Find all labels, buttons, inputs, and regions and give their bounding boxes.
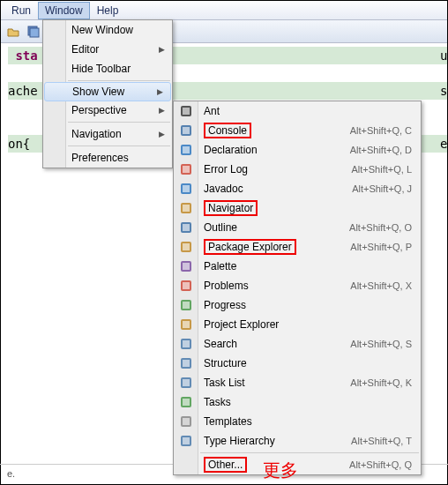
menu-help[interactable]: Help <box>90 2 126 19</box>
code-line: e String name; <box>440 135 448 153</box>
menu-item-label: Palette <box>204 260 236 272</box>
menu-item-label: Show View <box>72 86 124 98</box>
show-view-submenu: AntConsoleAlt+Shift+Q, CDeclarationAlt+S… <box>173 101 422 475</box>
palette-icon <box>179 259 193 273</box>
menu-item-shortcut: Alt+Shift+Q, O <box>349 222 412 233</box>
menu-item-javadoc[interactable]: JavadocAlt+Shift+Q, J <box>174 179 421 198</box>
menu-item-console[interactable]: ConsoleAlt+Shift+Q, C <box>174 121 421 140</box>
menu-item-label: Navigation <box>71 128 122 140</box>
menu-item-shortcut: Alt+Shift+Q, X <box>350 280 412 291</box>
problems-icon <box>179 279 193 293</box>
menu-item-ant[interactable]: Ant <box>174 101 421 121</box>
menu-item-shortcut: Alt+Shift+Q, L <box>352 164 412 175</box>
menu-item-shortcut: Alt+Shift+Q, S <box>350 339 412 349</box>
menu-item-editor[interactable]: Editor▶ <box>43 40 172 59</box>
menu-item-error-log[interactable]: Error LogAlt+Shift+Q, L <box>174 160 421 179</box>
menu-item-show-view[interactable]: Show View▶ <box>44 82 171 101</box>
menu-item-palette[interactable]: Palette <box>174 257 421 276</box>
menu-item-label: Search <box>204 338 237 350</box>
svg-rect-24 <box>183 302 190 309</box>
svg-rect-1 <box>30 28 39 37</box>
menu-item-tasks[interactable]: Tasks <box>174 392 421 412</box>
menu-item-declaration[interactable]: DeclarationAlt+Shift+Q, D <box>174 140 421 160</box>
tasks-icon <box>179 395 193 409</box>
menu-item-label: Declaration <box>204 144 258 156</box>
menu-item-perspective[interactable]: Perspective▶ <box>43 101 172 120</box>
menu-item-label: Structure <box>204 357 247 369</box>
menu-item-label: Perspective <box>71 104 127 116</box>
menu-item-progress[interactable]: Progress <box>174 295 421 315</box>
menu-item-project-explorer[interactable]: Project Explorer <box>174 315 421 334</box>
menu-item-templates[interactable]: Templates <box>174 412 421 431</box>
ant-icon <box>179 104 193 118</box>
menu-item-label: Error Log <box>204 163 248 175</box>
menu-item-new-window[interactable]: New Window <box>43 20 172 40</box>
submenu-arrow-icon: ▶ <box>159 45 165 54</box>
submenu-arrow-icon: ▶ <box>159 106 165 115</box>
menu-item-label: Javadoc <box>204 183 243 195</box>
menu-item-label: Outline <box>204 221 237 234</box>
menu-item-structure[interactable]: Structure <box>174 354 421 373</box>
menu-item-hide-toolbar[interactable]: Hide Toolbar <box>43 59 172 78</box>
menu-item-label: Templates <box>204 415 252 428</box>
tasklist-icon <box>179 376 193 390</box>
svg-rect-20 <box>183 263 190 270</box>
svg-rect-26 <box>183 321 190 328</box>
menu-item-outline[interactable]: OutlineAlt+Shift+Q, O <box>174 218 421 237</box>
menu-separator <box>68 80 170 81</box>
structure-icon <box>179 356 193 370</box>
menu-item-shortcut: Alt+Shift+Q, Q <box>349 459 412 470</box>
menu-item-preferences[interactable]: Preferences <box>43 148 172 168</box>
menu-item-label: Package Explorer <box>204 239 296 255</box>
svg-rect-4 <box>183 108 190 115</box>
menu-item-label: New Window <box>71 24 133 36</box>
menu-item-navigator[interactable]: Navigator <box>174 198 421 218</box>
svg-rect-14 <box>183 205 190 212</box>
blank-icon <box>179 458 193 472</box>
typehier-icon <box>179 434 193 448</box>
menu-item-navigation[interactable]: Navigation▶ <box>43 124 172 144</box>
svg-rect-16 <box>183 224 190 231</box>
menu-item-label: Progress <box>204 299 246 311</box>
svg-rect-12 <box>183 185 190 192</box>
pkgexp-icon <box>179 240 193 254</box>
progress-icon <box>179 298 193 312</box>
save-all-icon[interactable] <box>25 23 42 41</box>
svg-rect-6 <box>183 127 190 134</box>
svg-rect-38 <box>183 437 190 444</box>
menu-item-label: Ant <box>204 105 220 117</box>
projexp-icon <box>179 317 193 332</box>
svg-rect-22 <box>183 282 190 289</box>
window-menu: New Window Editor▶ Hide Toolbar Show Vie… <box>42 19 173 168</box>
menu-item-shortcut: Alt+Shift+Q, C <box>350 125 412 136</box>
menu-item-label: Navigator <box>204 200 258 216</box>
svg-rect-28 <box>183 340 190 347</box>
menu-item-shortcut: Alt+Shift+Q, J <box>352 183 412 194</box>
menu-separator <box>68 146 170 146</box>
menu-item-package-explorer[interactable]: Package ExplorerAlt+Shift+Q, P <box>174 237 421 257</box>
submenu-arrow-icon: ▶ <box>157 87 163 96</box>
submenu-arrow-icon: ▶ <box>159 130 165 138</box>
menu-item-label: Preferences <box>71 152 129 164</box>
outline-icon <box>179 220 193 235</box>
menu-item-problems[interactable]: ProblemsAlt+Shift+Q, X <box>174 276 421 295</box>
menu-item-label: Tasks <box>204 396 231 408</box>
code-line: stem.out.println( )); <box>440 82 448 100</box>
menu-item-type-hierarchy[interactable]: Type HierarchyAlt+Shift+Q, T <box>174 431 421 451</box>
navigator-icon <box>179 201 193 215</box>
open-icon[interactable] <box>4 23 22 41</box>
svg-rect-36 <box>183 418 190 425</box>
errlog-icon <box>179 162 193 176</box>
menu-run[interactable]: Run <box>4 2 38 19</box>
menubar: Run Window Help <box>1 1 447 20</box>
status-text: e. <box>7 468 15 479</box>
svg-rect-10 <box>183 166 190 173</box>
svg-rect-18 <box>183 243 190 250</box>
menu-item-task-list[interactable]: Task ListAlt+Shift+Q, K <box>174 373 421 392</box>
menu-window[interactable]: Window <box>38 2 90 19</box>
menu-item-label: Project Explorer <box>204 318 279 331</box>
menu-item-label: Console <box>204 123 251 138</box>
menu-item-search[interactable]: SearchAlt+Shift+Q, S <box>174 334 421 354</box>
menu-item-shortcut: Alt+Shift+Q, P <box>350 242 412 252</box>
menu-item-shortcut: Alt+Shift+Q, K <box>350 377 412 388</box>
